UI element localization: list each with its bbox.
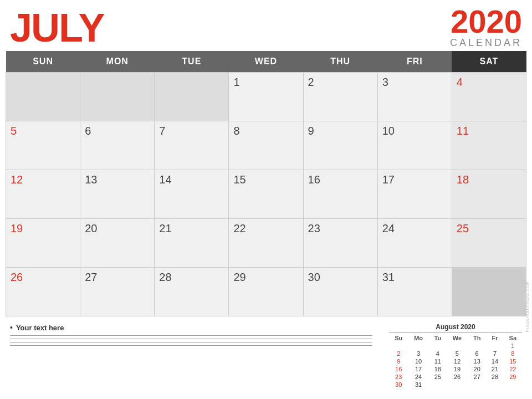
mini-header-Fr: Fr (486, 334, 503, 342)
calendar-week-3: 19202122232425 (6, 219, 526, 268)
day-number: 28 (159, 271, 171, 283)
day-number: 25 (457, 222, 469, 234)
mini-header-Mo: Mo (408, 334, 429, 342)
calendar-cell: 31 (377, 268, 452, 316)
mini-cell: 20 (468, 365, 486, 373)
bottom-section: • Your text here August 2020 SuMoTuWeThF… (0, 319, 532, 388)
day-number: 13 (85, 173, 97, 186)
notes-line-2 (10, 339, 372, 339)
day-number: 17 (382, 173, 395, 186)
mini-cell: 5 (447, 350, 468, 357)
mini-cell (389, 342, 408, 350)
day-number: 12 (11, 173, 23, 186)
mini-header-We: We (447, 334, 468, 342)
calendar-cell: 25 (452, 219, 526, 268)
day-number: 27 (85, 271, 97, 283)
day-number: 23 (308, 222, 320, 234)
mini-cell (468, 342, 486, 350)
mini-cell: 17 (408, 365, 429, 373)
mini-calendar: August 2020 SuMoTuWeThFrSa 1234567891011… (389, 323, 522, 388)
calendar-cell: 23 (303, 219, 377, 268)
calendar-cell: 27 (80, 268, 155, 316)
day-number: 1 (233, 76, 239, 88)
calendar-cell: 24 (377, 219, 452, 268)
mini-cell: 15 (504, 357, 522, 365)
mini-week-3: 16171819202122 (389, 365, 522, 373)
notes-line-3 (10, 342, 372, 342)
day-number: 14 (159, 173, 171, 186)
mini-week-2: 9101112131415 (389, 357, 522, 365)
header-thu: THU (303, 51, 377, 73)
day-number: 8 (233, 125, 239, 137)
notes-item: • Your text here (10, 323, 372, 332)
day-number: 3 (382, 76, 388, 88)
mini-cell (408, 342, 429, 350)
day-number: 15 (233, 173, 245, 186)
calendar-cell: 5 (6, 121, 80, 170)
mini-cell: 29 (504, 373, 522, 381)
mini-cell (486, 381, 503, 388)
calendar-cell: 18 (452, 170, 526, 219)
mini-cell: 31 (408, 381, 429, 388)
mini-cell: 21 (486, 365, 503, 373)
day-number: 9 (308, 125, 314, 137)
mini-cell: 12 (447, 357, 468, 365)
mini-calendar-body: 1234567891011121314151617181920212223242… (389, 342, 522, 388)
notes-section: • Your text here (10, 323, 389, 349)
day-number: 5 (11, 125, 17, 137)
day-number: 26 (11, 271, 23, 283)
mini-cell: 9 (389, 357, 408, 365)
mini-cell: 3 (408, 350, 429, 357)
day-number: 22 (233, 222, 245, 234)
header-fri: FRI (377, 51, 452, 73)
calendar-cell: 7 (155, 121, 229, 170)
mini-calendar-grid: SuMoTuWeThFrSa 1234567891011121314151617… (389, 334, 522, 388)
mini-cell: 23 (389, 373, 408, 381)
calendar-cell: 22 (229, 219, 303, 268)
calendar-cell: 16 (303, 170, 377, 219)
header-sun: SUN (6, 51, 80, 73)
mini-cell: 10 (408, 357, 429, 365)
calendar-week-0: 1234 (6, 73, 526, 121)
calendar-cell (155, 73, 229, 121)
day-number: 4 (457, 76, 463, 88)
mini-cell: 28 (486, 373, 503, 381)
mini-cell (447, 381, 468, 388)
mini-cell: 27 (468, 373, 486, 381)
header: JULY 2020 CALENDAR (0, 0, 532, 51)
mini-header-row: SuMoTuWeThFrSa (389, 334, 522, 342)
mini-cell (486, 342, 503, 350)
calendar-week-4: 262728293031 (6, 268, 526, 316)
weekday-header-row: SUN MON TUE WED THU FRI SAT (6, 51, 526, 73)
year-number: 2020 (450, 6, 522, 38)
day-number: 24 (382, 222, 395, 234)
calendar-cell: 21 (155, 219, 229, 268)
header-mon: MON (80, 51, 155, 73)
mini-header-Sa: Sa (504, 334, 522, 342)
mini-week-5: 3031 (389, 381, 522, 388)
header-tue: TUE (155, 51, 229, 73)
day-number: 20 (85, 222, 97, 234)
calendar-cell: 17 (377, 170, 452, 219)
day-number: 11 (457, 125, 469, 137)
calendar-cell: 8 (229, 121, 303, 170)
day-number: 10 (382, 125, 395, 137)
calendar-body: 1234567891011121314151617181920212223242… (6, 73, 526, 316)
day-number: 18 (457, 173, 469, 186)
calendar-grid: SUN MON TUE WED THU FRI SAT 123456789101… (6, 51, 526, 316)
mini-cell: 25 (429, 373, 447, 381)
mini-week-1: 2345678 (389, 350, 522, 357)
calendar-cell: 11 (452, 121, 526, 170)
calendar-cell: 13 (80, 170, 155, 219)
mini-cell (429, 342, 447, 350)
calendar-cell: 2 (303, 73, 377, 121)
calendar-cell: 15 (229, 170, 303, 219)
mini-cell: 16 (389, 365, 408, 373)
month-title: JULY (10, 8, 104, 48)
mini-header-Tu: Tu (429, 334, 447, 342)
notes-line-4 (10, 345, 372, 346)
day-number: 6 (85, 125, 91, 137)
calendar-cell: 14 (155, 170, 229, 219)
calendar-cell: 19 (6, 219, 80, 268)
mini-cell: 1 (504, 342, 522, 350)
